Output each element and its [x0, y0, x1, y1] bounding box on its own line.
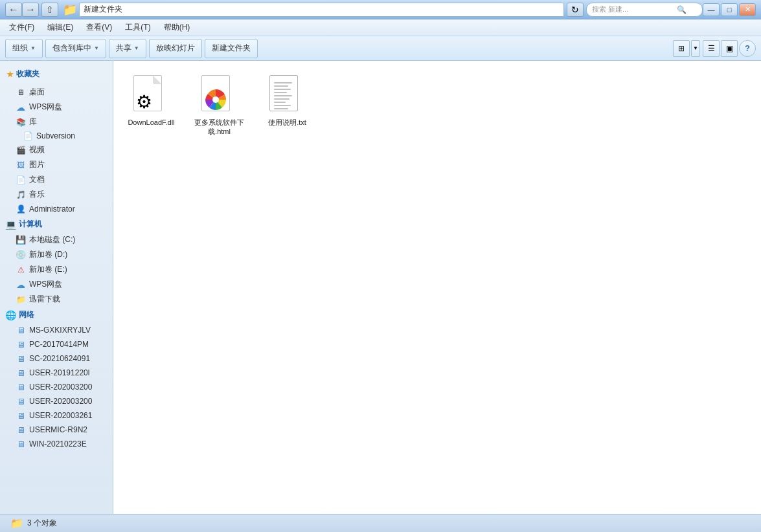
menu-help[interactable]: 帮助(H): [157, 20, 197, 35]
menu-view[interactable]: 查看(V): [80, 20, 119, 35]
pc1-icon: 🖥: [16, 325, 26, 335]
thunder-icon: 📁: [16, 294, 26, 305]
txt-file-icon: [267, 74, 308, 115]
cloud-icon: ☁: [16, 102, 26, 113]
menu-tools[interactable]: 工具(T): [119, 20, 157, 35]
search-box[interactable]: 搜索 新建... 🔍: [586, 3, 703, 17]
sidebar-item-drive-e[interactable]: ⚠ 新加卷 (E:): [0, 262, 113, 277]
sidebar-item-drive-c[interactable]: 💾 本地磁盘 (C:): [0, 232, 113, 247]
pc6-icon: 🖥: [16, 396, 26, 406]
drive-d-icon: 💿: [16, 250, 26, 260]
sidebar-item-music[interactable]: 🎵 音乐: [0, 187, 113, 202]
statusbar-icon: 📁: [10, 517, 23, 529]
maximize-button[interactable]: □: [721, 3, 738, 16]
dll-file-icon: ⚙: [131, 74, 172, 115]
file-item-txt[interactable]: 使用说明.txt: [260, 71, 315, 129]
path-bar[interactable]: 新建文件夹: [79, 3, 564, 17]
sidebar-item-photo[interactable]: 🖼 图片: [0, 157, 113, 172]
menu-edit[interactable]: 编辑(E): [41, 20, 80, 35]
html-file-icon: [199, 74, 240, 115]
nav-back-btn[interactable]: ←: [5, 3, 22, 17]
library-icon: 📚: [16, 117, 26, 127]
share-dropdown-arrow: ▼: [134, 45, 139, 51]
titlebar: ← → ⇧ 📁 新建文件夹 ↻ 搜索 新建... 🔍 — □ ✕: [0, 0, 761, 19]
sidebar-item-wps2[interactable]: ☁ WPS网盘: [0, 277, 113, 292]
pc2-icon: 🖥: [16, 339, 26, 349]
nav-up-btn[interactable]: ⇧: [41, 3, 58, 17]
new-folder-button[interactable]: 新建文件夹: [205, 39, 258, 58]
star-icon: ★: [6, 70, 14, 79]
minimize-button[interactable]: —: [703, 3, 720, 16]
sidebar-item-pc9[interactable]: 🖥 WIN-20210223E: [0, 437, 113, 451]
sidebar-item-pc5[interactable]: 🖥 USER-202003200: [0, 380, 113, 394]
video-icon: 🎬: [16, 145, 26, 155]
file-item-html[interactable]: 更多系统软件下载.html: [192, 71, 247, 139]
share-button[interactable]: 共享 ▼: [109, 39, 146, 58]
close-button[interactable]: ✕: [739, 3, 756, 16]
music-icon: 🎵: [16, 190, 26, 200]
sidebar-item-pc3[interactable]: 🖥 SC-20210624091: [0, 351, 113, 366]
drive-e-icon: ⚠: [16, 265, 26, 275]
statusbar: 📁 3 个对象: [0, 514, 761, 532]
sidebar-item-document[interactable]: 📄 文档: [0, 172, 113, 187]
menu-file[interactable]: 文件(F): [3, 20, 41, 35]
file-area: ⚙ DownLoadF.dll: [113, 61, 761, 514]
subversion-icon: 📄: [23, 131, 33, 140]
organize-button[interactable]: 组织 ▼: [5, 39, 43, 58]
main-container: ★ 收藏夹 🖥 桌面 ☁ WPS网盘 📚 库 📄 Subversion 🎬 视频: [0, 61, 761, 514]
sidebar-item-pc6[interactable]: 🖥 USER-202003200: [0, 394, 113, 408]
folder-icon: 📁: [63, 3, 76, 16]
cloud2-icon: ☁: [16, 280, 26, 290]
network-icon: 🌐: [5, 310, 16, 320]
view-preview-btn[interactable]: ▣: [721, 40, 738, 57]
toolbar: 组织 ▼ 包含到库中 ▼ 共享 ▼ 放映幻灯片 新建文件夹 ⊞ ▼ ☰ ▣ ?: [0, 36, 761, 61]
desktop-icon: 🖥: [16, 87, 26, 98]
sidebar-item-admin[interactable]: 👤 Administrator: [0, 202, 113, 216]
file-item-dll[interactable]: ⚙ DownLoadF.dll: [124, 71, 179, 129]
document-icon: 📄: [16, 175, 26, 185]
menubar: 文件(F) 编辑(E) 查看(V) 工具(T) 帮助(H): [0, 19, 761, 36]
sidebar-item-thunder[interactable]: 📁 迅雷下载: [0, 292, 113, 307]
view-controls: ⊞ ▼ ☰ ▣ ?: [673, 40, 756, 57]
view-dropdown-btn[interactable]: ▼: [691, 40, 700, 57]
sidebar-item-video[interactable]: 🎬 视频: [0, 142, 113, 157]
computer-icon: 💻: [5, 219, 16, 230]
refresh-btn[interactable]: ↻: [567, 3, 584, 17]
pc8-icon: 🖥: [16, 425, 26, 435]
favorites-section: ★ 收藏夹: [0, 63, 113, 85]
sidebar-item-drive-d[interactable]: 💿 新加卷 (D:): [0, 247, 113, 262]
photo-icon: 🖼: [16, 160, 26, 170]
pc9-icon: 🖥: [16, 439, 26, 449]
sidebar-item-pc7[interactable]: 🖥 USER-202003261: [0, 408, 113, 423]
svg-point-0: [212, 96, 219, 103]
search-icon: 🔍: [677, 5, 687, 14]
sidebar-item-subversion[interactable]: 📄 Subversion: [0, 129, 113, 142]
sidebar-item-desktop[interactable]: 🖥 桌面: [0, 85, 113, 100]
pc3-icon: 🖥: [16, 353, 26, 364]
sidebar-item-pc2[interactable]: 🖥 PC-20170414PM: [0, 337, 113, 351]
sidebar: ★ 收藏夹 🖥 桌面 ☁ WPS网盘 📚 库 📄 Subversion 🎬 视频: [0, 61, 113, 514]
status-count: 3 个对象: [27, 518, 57, 529]
help-btn[interactable]: ?: [739, 40, 756, 57]
include-library-dropdown-arrow: ▼: [94, 45, 99, 51]
pc7-icon: 🖥: [16, 410, 26, 421]
sidebar-item-wps1[interactable]: ☁ WPS网盘: [0, 100, 113, 115]
sidebar-item-pc4[interactable]: 🖥 USER-20191220l: [0, 366, 113, 380]
sidebar-item-pc1[interactable]: 🖥 MS-GXKIXRYJLV: [0, 323, 113, 337]
pc4-icon: 🖥: [16, 368, 26, 378]
pc5-icon: 🖥: [16, 382, 26, 392]
organize-dropdown-arrow: ▼: [30, 45, 36, 51]
view-large-icon-btn[interactable]: ⊞: [673, 40, 690, 57]
sidebar-item-computer[interactable]: 💻 计算机: [0, 216, 113, 232]
include-library-button[interactable]: 包含到库中 ▼: [45, 39, 106, 58]
nav-forward-btn[interactable]: →: [22, 3, 39, 17]
sidebar-item-network[interactable]: 🌐 网络: [0, 307, 113, 323]
sidebar-item-library[interactable]: 📚 库: [0, 115, 113, 129]
drive-c-icon: 💾: [16, 235, 26, 245]
favorites-header[interactable]: ★ 收藏夹: [0, 66, 113, 82]
sidebar-item-pc8[interactable]: 🖥 USERMIC-R9N2: [0, 423, 113, 437]
slideshow-button[interactable]: 放映幻灯片: [149, 39, 202, 58]
view-details-btn[interactable]: ☰: [703, 40, 720, 57]
admin-icon: 👤: [16, 204, 26, 214]
